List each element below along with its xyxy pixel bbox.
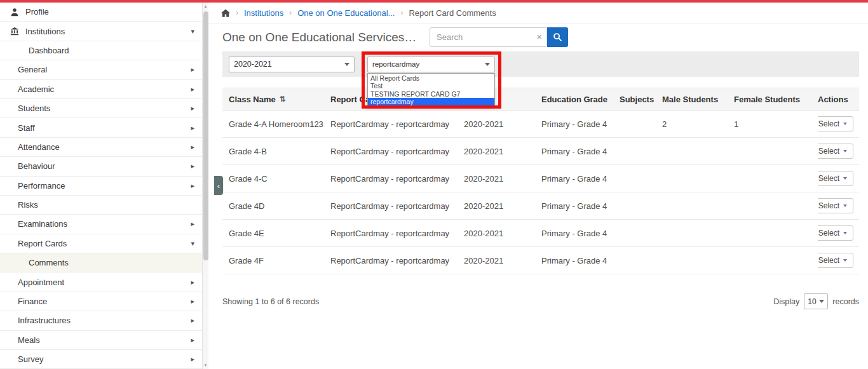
select-button-label: Select [818, 119, 839, 128]
dropdown-option[interactable]: All Report Cards [368, 74, 494, 83]
chevron-down-icon [843, 259, 847, 262]
column-label: Male Students [662, 95, 718, 104]
cell-education-grade: Primary - Grade 4 [541, 174, 620, 184]
submenu-caret-icon [191, 144, 194, 151]
breadcrumb-link[interactable]: Institutions [244, 8, 283, 18]
breadcrumb-link[interactable]: Report Card Comments [409, 8, 496, 18]
sidebar-item-label: Comments [29, 258, 69, 267]
cell-period: 2020-2021 [464, 256, 541, 265]
row-select-button[interactable]: Select [818, 198, 853, 213]
sidebar-scrollbar[interactable]: ▲ ▼ [202, 3, 208, 369]
dropdown-option[interactable]: Test [368, 82, 494, 90]
sidebar-item[interactable]: Attendance [0, 138, 202, 157]
chevron-down-icon [843, 177, 847, 180]
column-header[interactable]: Female Students [734, 95, 818, 104]
row-select-button[interactable]: Select [818, 116, 853, 131]
search-icon [553, 32, 562, 42]
classes-table: Class Name Report Card Period Ed [222, 88, 859, 274]
clear-search-icon[interactable]: × [536, 31, 542, 43]
sidebar-item[interactable]: Examinations [0, 215, 202, 234]
submenu-caret-icon [191, 240, 194, 247]
sidebar-item[interactable]: Infrastructures [0, 311, 202, 330]
search-button[interactable] [547, 27, 568, 47]
page-size-select[interactable]: 10 [804, 293, 828, 309]
select-button-label: Select [818, 174, 839, 183]
sidebar-item[interactable]: General [0, 60, 202, 79]
sidebar-item[interactable]: Finance [0, 292, 202, 311]
sort-icon[interactable] [280, 95, 286, 104]
column-header[interactable]: Male Students [662, 95, 734, 104]
breadcrumb-link[interactable]: One on One Educational... [297, 8, 395, 18]
scrollbar-thumb[interactable] [203, 11, 208, 260]
scroll-up-arrow-icon[interactable]: ▲ [203, 4, 208, 8]
academic-year-select[interactable]: 2020-2021 [229, 57, 355, 72]
column-header[interactable]: Actions [818, 95, 859, 104]
breadcrumb-item[interactable]: › Report Card Comments [400, 8, 496, 18]
column-header[interactable]: Subjects [620, 95, 662, 104]
cell-period: 2020-2021 [464, 147, 541, 156]
column-header[interactable]: Education Grade [541, 95, 620, 104]
cell-education-grade: Primary - Grade 4 [541, 119, 620, 129]
breadcrumb-separator-icon: › [236, 8, 238, 17]
select-button-label: Select [818, 229, 839, 238]
sidebar-item[interactable]: Survey [0, 350, 202, 369]
sidebar-item[interactable]: Profile [0, 3, 202, 22]
cell-period: 2020-2021 [464, 229, 541, 238]
column-label: Female Students [734, 95, 800, 104]
app-root: Profile Institutions [0, 0, 868, 369]
title-row: One on One Educational Services… × [209, 23, 868, 51]
search-input[interactable] [430, 27, 546, 47]
filter-bar: 2020-2021 reportcardmay All Report Cards… [222, 51, 859, 77]
sidebar-item[interactable]: Students [0, 99, 202, 118]
cell-actions: Select [818, 171, 859, 186]
report-card-select[interactable]: reportcardmay [367, 57, 495, 72]
sidebar-item[interactable]: Staff [0, 118, 202, 137]
column-header[interactable]: Class Name [229, 95, 330, 104]
cell-actions: Select [818, 253, 859, 268]
submenu-caret-icon [191, 337, 194, 344]
sidebar-item[interactable]: Report Cards [0, 234, 202, 253]
submenu-caret-icon [191, 163, 194, 170]
table-body: Grade 4-A Homeroom123 ReportCardmay - re… [222, 111, 859, 274]
cell-class-name: Grade 4E [229, 229, 330, 238]
sidebar-item-label: Academic [18, 84, 54, 94]
page-title: One on One Educational Services… [222, 30, 416, 44]
row-select-button[interactable]: Select [818, 253, 853, 268]
submenu-caret-icon [191, 105, 194, 112]
institution-icon [10, 27, 19, 36]
sidebar-item[interactable]: Academic [0, 80, 202, 99]
row-select-button[interactable]: Select [818, 225, 853, 241]
dropdown-option[interactable]: reportcardmay [368, 98, 494, 106]
sidebar-item-label: Performance [18, 181, 65, 191]
dropdown-option[interactable]: TESTING REPORT CARD G7 [368, 90, 494, 98]
breadcrumb: › Institutions › One on One Educational.… [209, 3, 868, 23]
submenu-caret-icon [191, 124, 194, 131]
sidebar-item[interactable]: Risks [0, 196, 202, 215]
column-label: Class Name [229, 95, 276, 104]
select-button-label: Select [818, 256, 839, 265]
records-summary: Showing 1 to 6 of 6 records [222, 297, 319, 306]
sidebar-item[interactable]: Institutions [0, 22, 202, 41]
cell-education-grade: Primary - Grade 4 [541, 147, 620, 156]
breadcrumb-item[interactable]: › Institutions [236, 8, 283, 18]
sidebar-item[interactable]: Performance [0, 177, 202, 196]
scroll-down-arrow-icon[interactable]: ▼ [203, 363, 208, 367]
row-select-button[interactable]: Select [818, 171, 853, 186]
sidebar-item[interactable]: Meals [0, 331, 202, 350]
select-button-label: Select [818, 147, 839, 156]
sidebar-item[interactable]: Dashboard [0, 41, 202, 60]
cell-actions: Select [818, 144, 859, 159]
report-card-options-list: All Report Cards Test TESTING REPORT CAR… [367, 73, 495, 107]
breadcrumb-separator-icon: › [400, 8, 403, 17]
cell-report-card: ReportCardmay - reportcardmay [330, 256, 464, 265]
sidebar-collapse-handle[interactable]: ‹ [214, 176, 223, 195]
row-select-button[interactable]: Select [818, 144, 853, 159]
chevron-down-icon [843, 123, 847, 125]
table-row: Grade 4F ReportCardmay - reportcardmay 2… [222, 247, 859, 274]
cell-report-card: ReportCardmay - reportcardmay [330, 174, 464, 184]
sidebar-item[interactable]: Behaviour [0, 157, 202, 176]
sidebar-item[interactable]: Appointment [0, 272, 202, 292]
breadcrumb-item[interactable]: › One on One Educational... [289, 8, 395, 18]
home-icon[interactable] [221, 9, 230, 17]
sidebar-item[interactable]: Comments [0, 253, 202, 272]
